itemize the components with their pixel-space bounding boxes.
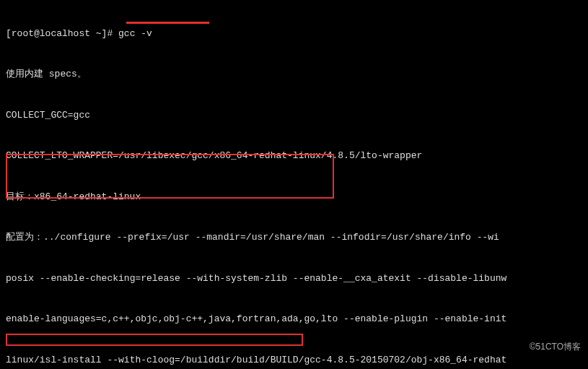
terminal-line: 目标：x86_64-redhat-linux: [6, 191, 582, 204]
terminal-line: COLLECT_GCC=gcc: [6, 109, 582, 123]
terminal-line: linux/isl-install --with-cloog=/builddir…: [6, 354, 582, 368]
terminal-line: [root@localhost ~]# gcc -v: [6, 27, 582, 41]
terminal-line: 使用内建 specs。: [6, 68, 582, 82]
annotation-underline: [126, 22, 209, 24]
terminal-output: [root@localhost ~]# gcc -v 使用内建 specs。 C…: [0, 0, 588, 369]
watermark: ©51CTO博客: [530, 341, 581, 353]
terminal-line: COLLECT_LTO_WRAPPER=/usr/libexec/gcc/x86…: [6, 149, 582, 163]
terminal-line: enable-languages=c,c++,objc,obj-c++,java…: [6, 313, 582, 326]
terminal-line: posix --enable-checking=release --with-s…: [6, 272, 582, 286]
terminal-line: 配置为：../configure --prefix=/usr --mandir=…: [6, 231, 582, 245]
